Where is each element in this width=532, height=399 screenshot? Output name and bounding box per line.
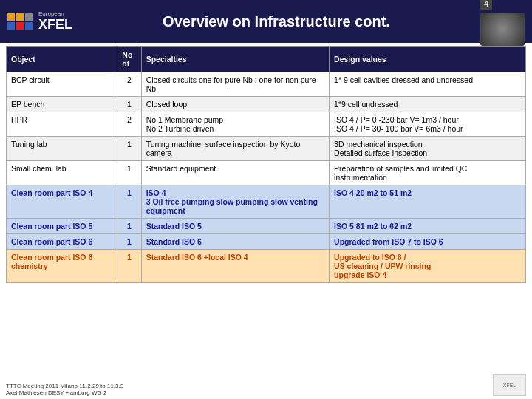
table-row: Clean room part ISO 6 chemistry1Standard…: [7, 250, 526, 283]
logo-text-block: European XFEL: [38, 10, 72, 33]
cell-no: 1: [117, 137, 141, 161]
cell-no: 1: [117, 97, 141, 112]
cell-no: 2: [117, 72, 141, 97]
col-header-object: Object: [7, 47, 117, 72]
slide-title: Overview on Infrastructure cont.: [72, 13, 480, 30]
cell-specialties: Closed loop: [141, 97, 329, 112]
cell-object: Clean room part ISO 5: [7, 219, 117, 234]
table-row: HPR2No 1 Membrane pumpNo 2 Turbine drive…: [7, 112, 526, 137]
cell-design: 1* 9 cell cavities dressed and undressed: [330, 72, 526, 97]
cell-design: 3D mechanical inspectionDetailed surface…: [330, 137, 526, 161]
cell-object: Clean room part ISO 6 chemistry: [7, 250, 117, 283]
table-row: Tuning lab1Tuning machine, surface inspe…: [7, 137, 526, 161]
header: European XFEL Overview on Infrastructure…: [0, 0, 532, 43]
table-row: EP bench1Closed loop1*9 cell undressed: [7, 97, 526, 112]
cell-object: Clean room part ISO 6: [7, 234, 117, 250]
cell-object: HPR: [7, 112, 117, 137]
table-row: BCP circuit2Closed circuits one for pure…: [7, 72, 526, 97]
cell-specialties: Tuning machine, surface inspection by Ky…: [141, 137, 329, 161]
cell-object: Tuning lab: [7, 137, 117, 161]
footer-line1: TTTC Meeting 2011 Milano 11.2.29 to 11.3…: [6, 383, 123, 389]
cell-specialties: Standard ISO 5: [141, 219, 329, 234]
cell-specialties: Standard ISO 6: [141, 234, 329, 250]
logo-box-orange2: [16, 13, 24, 21]
logo-xfel: XFEL: [38, 17, 72, 33]
footer-text: TTTC Meeting 2011 Milano 11.2.29 to 11.3…: [6, 383, 123, 396]
table-row: Small chem. lab1Standard equipmentPrepar…: [7, 161, 526, 185]
logo-boxes: [7, 13, 33, 30]
logo-area: European XFEL: [7, 10, 72, 33]
cell-design: Preparation of samples and limited QC in…: [330, 161, 526, 185]
cell-specialties: No 1 Membrane pumpNo 2 Turbine driven: [141, 112, 329, 137]
main-table: Object No of Specialties Design values B…: [6, 46, 526, 283]
table-row: Clean room part ISO 41ISO 43 Oil free pu…: [7, 185, 526, 219]
cell-no: 1: [117, 219, 141, 234]
col-header-design: Design values: [330, 47, 526, 72]
cell-no: 1: [117, 185, 141, 219]
footer-logo: XFEL: [493, 374, 526, 396]
table-row: Clean room part ISO 61Standard ISO 6Upgr…: [7, 234, 526, 250]
page-number: 4: [480, 0, 492, 10]
table-container: Object No of Specialties Design values B…: [0, 43, 532, 283]
cell-object: BCP circuit: [7, 72, 117, 97]
cell-specialties: ISO 43 Oil free pumping slow pumping slo…: [141, 185, 329, 219]
cell-specialties: Closed circuits one for pure Nb ; one fo…: [141, 72, 329, 97]
cell-no: 1: [117, 161, 141, 185]
cell-design: 1*9 cell undressed: [330, 97, 526, 112]
cell-design: Upgraded from ISO 7 to ISO 6: [330, 234, 526, 250]
table-header-row: Object No of Specialties Design values: [7, 47, 526, 72]
cell-design: ISO 4 / P= 0 -230 bar V= 1m3 / hourISO 4…: [330, 112, 526, 137]
logo-european: European: [38, 10, 72, 17]
cell-design: Upgraded to ISO 6 /US cleaning / UPW rin…: [330, 250, 526, 283]
cell-design: ISO 5 81 m2 to 62 m2: [330, 219, 526, 234]
logo-box-blue2: [25, 22, 33, 30]
cell-specialties: Standard equipment: [141, 161, 329, 185]
logo-box-red: [16, 22, 24, 30]
cell-design: ISO 4 20 m2 to 51 m2: [330, 185, 526, 219]
slide: European XFEL Overview on Infrastructure…: [0, 0, 532, 399]
cell-object: EP bench: [7, 97, 117, 112]
cell-no: 1: [117, 250, 141, 283]
footer: TTTC Meeting 2011 Milano 11.2.29 to 11.3…: [6, 374, 526, 396]
logo-box-orange: [7, 13, 15, 21]
col-header-no: No of: [117, 47, 141, 72]
table-row: Clean room part ISO 51Standard ISO 5ISO …: [7, 219, 526, 234]
title-area: Overview on Infrastructure cont.: [72, 13, 480, 30]
footer-line2: Axel Mathiesen DESY Hamburg WG 2: [6, 389, 123, 396]
col-header-specialties: Specialties: [141, 47, 329, 72]
cell-no: 2: [117, 112, 141, 137]
logo-box-gray: [25, 13, 33, 21]
header-image: [480, 13, 525, 46]
logo-box-blue: [7, 22, 15, 30]
cell-specialties: Standard ISO 6 +local ISO 4: [141, 250, 329, 283]
cell-object: Clean room part ISO 4: [7, 185, 117, 219]
cell-no: 1: [117, 234, 141, 250]
cell-object: Small chem. lab: [7, 161, 117, 185]
